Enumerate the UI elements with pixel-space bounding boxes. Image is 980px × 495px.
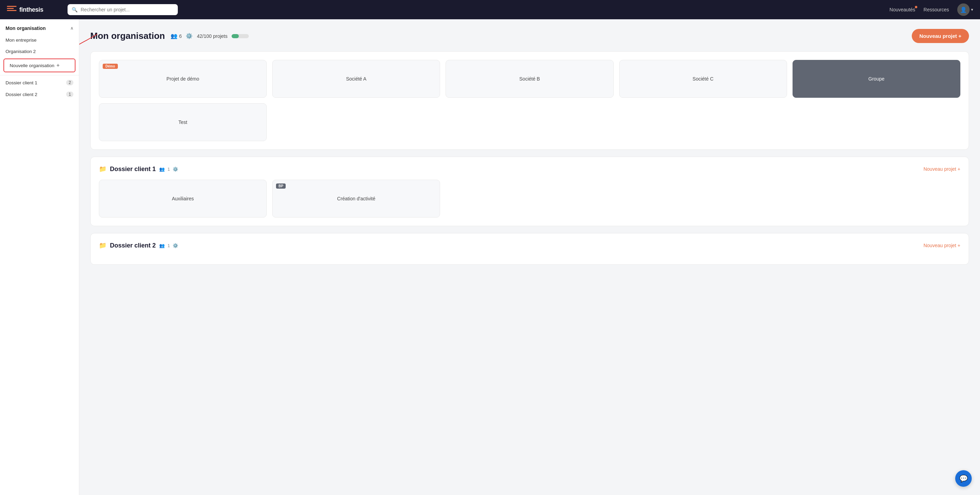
sidebar-item-dossier-client-1[interactable]: Dossier client 1 2 — [0, 77, 79, 89]
search-input[interactable] — [68, 4, 178, 15]
dossier-1-header: 📁 Dossier client 1 👥 1 ⚙️ Nouveau projet… — [99, 165, 960, 173]
projects-bar-fill — [232, 34, 239, 38]
sidebar-section-header[interactable]: Mon organisation ∧ — [0, 22, 79, 35]
dossier-1-meta: 👥 1 ⚙️ — [159, 167, 178, 172]
topnav-links: Nouveautés Ressources 👤 ▾ — [889, 3, 973, 16]
project-card-projet-demo[interactable]: Démo Projet de démo — [99, 60, 267, 98]
logo-icon — [7, 6, 16, 13]
sidebar-item-mon-entreprise[interactable]: Mon entreprise — [0, 35, 79, 46]
bp-tag: BP — [276, 184, 286, 189]
ressources-link[interactable]: Ressources — [923, 7, 949, 13]
project-card-societe-c[interactable]: Société C — [619, 60, 787, 98]
project-label-societe-b: Société B — [519, 76, 540, 82]
project-card-test[interactable]: Test — [99, 103, 267, 141]
project-label-groupe: Groupe — [869, 76, 885, 82]
nouveautes-link[interactable]: Nouveautés — [889, 7, 915, 13]
project-label-test: Test — [178, 119, 188, 125]
main-org-section: Démo Projet de démo Société A Société B … — [90, 51, 969, 150]
dossier-1-project-grid: Auxiliaires BP Création d'activité — [99, 180, 960, 217]
projects-count-label: 42/100 projets — [197, 33, 228, 39]
members-meta: 👥 6 — [170, 33, 182, 39]
page-header-meta: 👥 6 ⚙️ 42/100 projets — [170, 33, 249, 39]
project-card-auxiliaires[interactable]: Auxiliaires — [99, 180, 267, 217]
sidebar-divider — [0, 75, 79, 75]
dossier-client-1-section: 📁 Dossier client 1 👥 1 ⚙️ Nouveau projet… — [90, 157, 969, 226]
chat-bubble[interactable]: 💬 — [955, 470, 972, 487]
sidebar: Mon organisation ∧ Mon entreprise Organi… — [0, 19, 79, 495]
sidebar-item-dossier-client-2[interactable]: Dossier client 2 1 — [0, 89, 79, 100]
dossier-1-members-count: 1 — [167, 167, 170, 172]
chat-icon: 💬 — [959, 474, 968, 482]
dossier-2-members-icon: 👥 — [159, 243, 165, 248]
topnav: finthesis 🔍 Nouveautés Ressources 👤 ▾ — [0, 0, 980, 19]
project-label-creation-activite: Création d'activité — [337, 196, 375, 201]
sidebar-section-label: Mon organisation — [5, 25, 46, 31]
sidebar-item-nouvelle-organisation[interactable]: Nouvelle organisation + — [3, 59, 75, 72]
members-count: 6 — [179, 33, 182, 39]
project-label-societe-c: Société C — [693, 76, 714, 82]
project-card-societe-b[interactable]: Société B — [445, 60, 613, 98]
project-card-groupe[interactable]: Groupe — [792, 60, 960, 98]
user-avatar: 👤 — [957, 3, 970, 16]
dossier-2-count: 1 — [66, 92, 73, 97]
dossier-2-meta: 👥 1 ⚙️ — [159, 243, 178, 248]
settings-icon[interactable]: ⚙️ — [186, 33, 192, 39]
page-header: Mon organisation 👥 6 ⚙️ 42/100 projets N… — [90, 29, 969, 43]
project-label-projet-demo: Projet de démo — [166, 76, 199, 82]
folder-icon-1: 📁 — [99, 165, 107, 173]
sidebar-item-organisation-2[interactable]: Organisation 2 — [0, 46, 79, 57]
dossier-client-2-section: 📁 Dossier client 2 👥 1 ⚙️ Nouveau projet… — [90, 233, 969, 265]
dossier-1-members-icon: 👥 — [159, 167, 165, 172]
user-avatar-wrap[interactable]: 👤 ▾ — [957, 3, 973, 16]
new-project-button[interactable]: Nouveau projet + — [912, 29, 969, 43]
dossier-1-title: Dossier client 1 — [110, 166, 156, 173]
folder-icon-2: 📁 — [99, 242, 107, 249]
project-label-auxiliaires: Auxiliaires — [172, 196, 194, 201]
dossier-1-new-project-btn[interactable]: Nouveau projet + — [923, 166, 960, 172]
main-project-grid: Démo Projet de démo Société A Société B … — [99, 60, 960, 141]
dossier-2-new-project-btn[interactable]: Nouveau projet + — [923, 243, 960, 248]
dossier-1-settings-icon[interactable]: ⚙️ — [173, 167, 178, 172]
projects-progress-bar — [232, 34, 249, 38]
dossier-2-members-count: 1 — [167, 243, 170, 248]
dossier-2-header: 📁 Dossier client 2 👥 1 ⚙️ Nouveau projet… — [99, 242, 960, 249]
page-title: Mon organisation — [90, 31, 165, 41]
plus-icon: + — [57, 62, 60, 68]
main-content: Mon organisation 👥 6 ⚙️ 42/100 projets N… — [79, 19, 980, 495]
members-icon: 👥 — [170, 33, 177, 39]
layout: Mon organisation ∧ Mon entreprise Organi… — [0, 19, 980, 495]
project-card-societe-a[interactable]: Société A — [272, 60, 440, 98]
dossier-2-title: Dossier client 2 — [110, 242, 156, 249]
logo[interactable]: finthesis — [7, 6, 62, 13]
logo-text: finthesis — [19, 6, 43, 13]
dossier-1-count: 2 — [66, 80, 73, 86]
nouveautes-badge — [915, 6, 917, 8]
avatar-chevron-icon: ▾ — [971, 7, 973, 12]
search-bar: 🔍 — [68, 4, 178, 15]
demo-tag: Démo — [103, 64, 118, 69]
dossier-2-settings-icon[interactable]: ⚙️ — [173, 243, 178, 248]
project-label-societe-a: Société A — [346, 76, 366, 82]
search-icon: 🔍 — [72, 7, 78, 13]
project-card-creation-activite[interactable]: BP Création d'activité — [272, 180, 440, 217]
sidebar-chevron-icon: ∧ — [70, 26, 73, 31]
